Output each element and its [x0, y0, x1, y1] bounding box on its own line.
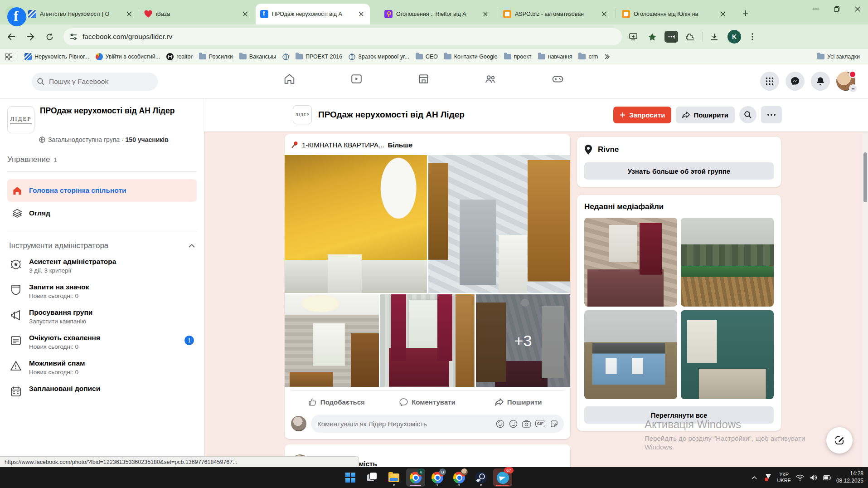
- bookmark-folder[interactable]: CEO: [416, 54, 438, 60]
- volume-icon[interactable]: [809, 474, 818, 481]
- media-photo-room[interactable]: [681, 310, 774, 399]
- tab-rieltor[interactable]: Оголошення :: Rieltor від А: [380, 4, 494, 24]
- tab-close-icon[interactable]: [719, 10, 727, 18]
- language-indicator[interactable]: УКРUKRE: [777, 472, 791, 483]
- learn-more-button[interactable]: Узнать больше об этой группе: [584, 162, 774, 180]
- tab-aspo[interactable]: ASPO.biz - автоматизован: [499, 4, 613, 24]
- gaming-icon[interactable]: [540, 66, 575, 92]
- commenter-avatar[interactable]: [291, 416, 306, 431]
- sidebar-item-promote-group[interactable]: Просування групиЗапустити кампанію: [7, 304, 197, 329]
- chrome-profile-avatar-button[interactable]: [450, 468, 469, 487]
- notifications-bell-icon[interactable]: [811, 72, 830, 91]
- groups-icon[interactable]: [473, 66, 508, 92]
- sticker-icon[interactable]: [550, 420, 558, 428]
- post-photo-kitchen[interactable]: [428, 155, 571, 293]
- sidebar-item-admin-assist[interactable]: Асистент адміністратора3 дії, 3 критерії: [7, 253, 197, 278]
- admin-tools-header[interactable]: Інструменти адміністратора: [9, 241, 195, 250]
- comment-button[interactable]: Коментувати: [382, 393, 473, 411]
- window-close-button[interactable]: [847, 0, 868, 18]
- start-button[interactable]: [341, 468, 360, 487]
- facebook-search[interactable]: [32, 73, 158, 91]
- sidebar-item-badge-requests[interactable]: Запити на значокНових сьогодні: 0: [7, 278, 197, 304]
- sidebar-item-community-home[interactable]: Головна сторінка спільноти: [7, 179, 197, 202]
- bookmark-folder[interactable]: навчання: [538, 54, 572, 60]
- tab-ibaza[interactable]: iBaza: [140, 4, 254, 24]
- clock[interactable]: 14:2808.12.2025: [836, 470, 863, 484]
- back-button[interactable]: [4, 29, 19, 44]
- post-photo-room[interactable]: [285, 294, 379, 387]
- more-options-button[interactable]: [761, 106, 782, 123]
- video-icon[interactable]: [339, 66, 373, 92]
- sidebar-item-scheduled-posts[interactable]: Заплановані дописи: [7, 380, 197, 402]
- file-explorer-button[interactable]: [384, 468, 403, 487]
- home-icon[interactable]: [272, 66, 306, 92]
- wifi-icon[interactable]: [795, 474, 805, 481]
- scrollbar-thumb[interactable]: [863, 152, 867, 202]
- tab-close-icon[interactable]: [125, 10, 133, 18]
- comment-input-pill[interactable]: GIF: [311, 415, 564, 433]
- post-title-row[interactable]: 1-КІМНАТНА КВАРТИРА... Більше: [285, 134, 570, 155]
- invite-button[interactable]: Запросити: [613, 107, 671, 123]
- task-view-button[interactable]: [363, 468, 382, 487]
- bookmark-item[interactable]: Зразок мирової уг...: [349, 54, 409, 60]
- chrome-profile-b-button[interactable]: B: [428, 468, 447, 487]
- browser-menu-icon[interactable]: [745, 29, 760, 44]
- post-photo-livingroom[interactable]: [380, 294, 475, 387]
- steam-button[interactable]: [471, 468, 490, 487]
- address-bar[interactable]: facebook.com/groups/lider.rv: [63, 28, 622, 45]
- facebook-logo[interactable]: [7, 7, 26, 26]
- window-minimize-button[interactable]: [805, 0, 826, 18]
- tab-close-icon[interactable]: [241, 10, 249, 18]
- install-app-icon[interactable]: [626, 29, 641, 44]
- post-photo-bathroom[interactable]: [285, 155, 427, 293]
- location-label[interactable]: Rivne: [598, 145, 619, 154]
- bookmark-item[interactable]: Увійти в особистий...: [96, 53, 160, 60]
- like-button[interactable]: Подобається: [291, 393, 382, 411]
- see-more-link[interactable]: Більше: [388, 141, 413, 149]
- bookmarks-overflow-icon[interactable]: [604, 54, 610, 59]
- chrome-profile-k-button[interactable]: K: [406, 468, 425, 487]
- all-bookmarks-folder[interactable]: Усі закладки: [817, 54, 860, 60]
- tab-close-icon[interactable]: [600, 10, 608, 18]
- bookmark-folder[interactable]: Контакти Google: [444, 54, 498, 60]
- page-scrollbar[interactable]: [863, 98, 868, 467]
- downloads-icon[interactable]: [707, 29, 722, 44]
- tab-facebook-active[interactable]: ПРОдаж нерухомості від А: [256, 4, 370, 24]
- reload-button[interactable]: [42, 29, 57, 44]
- battery-icon[interactable]: [823, 475, 832, 480]
- marketplace-icon[interactable]: [406, 66, 441, 92]
- extensions-icon[interactable]: [682, 29, 697, 44]
- telegram-button[interactable]: 67: [493, 468, 512, 487]
- search-input[interactable]: [48, 77, 141, 86]
- emoji-icon[interactable]: [509, 420, 518, 428]
- sidebar-item-pending-approval[interactable]: Очікують схваленняНових сьогодні: 0 1: [7, 329, 197, 355]
- bookmark-item[interactable]: Нерухомість Рівног...: [24, 53, 89, 60]
- tab-agency[interactable]: Агентство Нерухомості | О: [24, 4, 138, 24]
- apps-grid-icon[interactable]: [5, 54, 12, 60]
- avatar-sticker-icon[interactable]: [496, 420, 504, 428]
- tab-close-icon[interactable]: [357, 10, 365, 18]
- comment-input[interactable]: [316, 420, 496, 428]
- camera-icon[interactable]: [522, 420, 531, 428]
- bookmark-folder[interactable]: ПРОЕКТ 2016: [296, 54, 342, 60]
- download-manager-tray-icon[interactable]: [763, 474, 772, 481]
- globe-icon[interactable]: [282, 54, 289, 60]
- apps-menu-icon[interactable]: [760, 72, 779, 91]
- bookmark-item[interactable]: realtor: [166, 53, 192, 60]
- post-photo-more[interactable]: +3: [476, 294, 570, 387]
- bookmark-folder[interactable]: crm: [578, 54, 598, 60]
- share-button[interactable]: Поширити: [473, 393, 564, 411]
- browser-profile-avatar[interactable]: K: [727, 30, 741, 44]
- bookmark-star-icon[interactable]: [645, 29, 660, 44]
- bookmark-folder[interactable]: проект: [504, 54, 532, 60]
- extension-dots-icon[interactable]: [664, 31, 678, 43]
- gif-icon[interactable]: GIF: [535, 420, 545, 427]
- bookmark-folder[interactable]: Розсилки: [199, 54, 233, 60]
- profile-avatar[interactable]: [836, 72, 855, 91]
- media-photo-yard[interactable]: [681, 218, 774, 307]
- compose-post-button[interactable]: [826, 427, 853, 454]
- more-photos-overlay[interactable]: +3: [476, 294, 570, 387]
- view-all-button[interactable]: Переглянути все: [584, 406, 774, 424]
- share-group-button[interactable]: Поширити: [676, 107, 735, 123]
- tray-chevron-icon[interactable]: [750, 476, 759, 479]
